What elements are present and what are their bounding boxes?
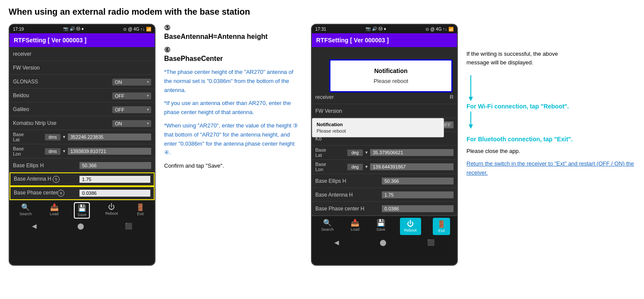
right-phone-status-bar: 17:31 📷 🔊 Ⓜ ♦ ⊙ @ 4G ↑↓ 📶 (312, 25, 457, 33)
row-base-lon-right: BaseLon deg ▼ 139.644391867 (312, 160, 457, 174)
nav-recents-right[interactable]: ⬛ (427, 239, 435, 246)
btn-reboot-label-right: Reboot (404, 228, 417, 232)
row-base-lon-left: BaseLon dms ▼ 1393839.810721 (10, 144, 155, 159)
btn-search-right[interactable]: 🔍 Search (319, 218, 336, 235)
status-time-right: 17:31 (315, 27, 326, 32)
save-icon-right: 💾 (377, 219, 385, 227)
row-beidou-left: Beidou OFF (10, 89, 155, 102)
val-antenna-h-left[interactable]: 1.75 (79, 176, 150, 183)
row-phase-center-right: Base Phase center H 0.0386 (312, 202, 457, 216)
description-line1: *The phase center height of the "AR270" … (164, 68, 302, 95)
row-ntrip-left: Komatsu Ntrip Use ON (10, 116, 155, 130)
btn-load-label-right: Load (351, 227, 359, 232)
label-antenna-h-left: Base Antenna H 5 (14, 176, 79, 183)
btn-load-right[interactable]: 📥 Load (348, 218, 362, 235)
row-base-lat-right: BaseLat deg ▼ 35.379506621 (312, 146, 457, 160)
select-ntrip-left[interactable]: ON (112, 120, 151, 127)
arrow-bluetooth (466, 111, 475, 129)
select-beidou-left[interactable]: OFF (112, 92, 151, 99)
label-phase-center-right: Base Phase center H (315, 206, 382, 212)
val-phase-center-left[interactable]: 0.0386 (79, 190, 150, 197)
row-antenna-h-right: Base Antenna H 1.75 (312, 188, 457, 202)
arrow-wifi (466, 75, 475, 101)
btn-reboot-label-left: Reboot (105, 211, 118, 216)
row-antenna-h-left: Base Antenna H 5 1.75 (10, 172, 155, 186)
row-fw-right: FW Version (312, 104, 457, 118)
btn-reboot-right[interactable]: ⏻ Reboot (400, 218, 421, 235)
confirm-text: Confirm and tap "Save". (164, 162, 302, 169)
description-line2: *If you use an antenna other than AR270,… (164, 99, 302, 117)
val-ellips-right: 50.366 (382, 178, 454, 184)
btn-save-label-right: Save (377, 227, 386, 232)
unit-base-lat-left[interactable]: dms (45, 134, 60, 140)
description-line3: *When using "AR270", enter the value of … (164, 121, 302, 157)
notification-small-popup: Notification Please reboot (312, 118, 444, 137)
notif-main-message: Please reboot (339, 78, 443, 84)
annot-wifi-text: For Wi-Fi connection, tap "Reboot". (466, 103, 635, 110)
status-right-right: ⊙ @ 4G ↑↓ 📶 (425, 27, 454, 32)
btn-exit-label-left: Exit (137, 212, 143, 216)
label-receiver-right: receiver (315, 94, 450, 100)
label-phase-center-left: Base Phase center6 (14, 190, 79, 197)
unit-base-lon-left[interactable]: dms (45, 148, 60, 155)
row-ellips-left: Base Ellips H 50.366 (10, 159, 155, 172)
btn-load-left[interactable]: 📥 Load (47, 202, 61, 219)
svg-marker-3 (469, 124, 473, 129)
annot-success-text: If the writing is successful, the abovem… (466, 50, 635, 67)
label-base-lon-left: BaseLon (13, 146, 43, 156)
search-icon-left: 🔍 (21, 203, 30, 211)
val-base-lon-left: 1393839.810721 (68, 148, 151, 155)
label-base-lat-left: BaseLat (13, 132, 43, 142)
right-section: 17:31 📷 🔊 Ⓜ ♦ ⊙ @ 4G ↑↓ 📶 RTFSetting [ V… (311, 24, 635, 266)
btn-search-left[interactable]: 🔍 Search (17, 202, 35, 219)
annot-close-text: Please close the app. (466, 148, 635, 154)
btn-search-label-right: Search (321, 227, 334, 232)
val-antenna-h-right: 1.75 (382, 191, 454, 198)
label-base-lat-right: BaseLat (315, 147, 346, 158)
row-ellips-right: Base Ellips H 50.366 (312, 174, 457, 188)
right-phone-header: RTFSetting [ Ver 000003 ] (312, 33, 457, 47)
left-phone: 17:19 📷 🔊 Ⓜ ♦ ⊙ @ 4G ↑↓ 📶 RTFSetting [ V… (9, 24, 155, 266)
label-glonass-left: GLONASS (13, 79, 112, 85)
status-time-left: 17:19 (13, 27, 24, 32)
row-receiver-left: receiver (10, 47, 155, 61)
select-glonass-left[interactable]: ON (112, 79, 151, 86)
middle-section: ⑤ BaseAntennaH=Antenna height ⑥ BasePhas… (155, 24, 311, 169)
nav-back-left[interactable]: ◀ (32, 223, 37, 229)
label-ntrip-left: Komatsu Ntrip Use (13, 120, 112, 126)
save-icon-left: 💾 (78, 204, 86, 212)
svg-marker-1 (469, 97, 473, 101)
row-glonass-left: GLONASS ON (10, 75, 155, 89)
search-icon-right: 🔍 (323, 219, 332, 227)
row-galileo-left: Galileo OFF (10, 102, 155, 116)
val-receiver-right: R (450, 94, 454, 100)
val-ellips-left: 50.366 (79, 162, 151, 169)
left-phone-header: RTFSetting [ Ver 000003 ] (10, 33, 155, 47)
btn-exit-right[interactable]: 🚪 Exit (433, 218, 450, 235)
btn-exit-left[interactable]: 🚪 Exit (133, 202, 147, 219)
status-icons-left: 📷 🔊 Ⓜ ♦ (63, 26, 83, 32)
unit-base-lat-right[interactable]: deg (347, 150, 363, 156)
btn-save-left[interactable]: 💾 Save (74, 202, 90, 219)
select-galileo-left[interactable]: OFF (112, 106, 151, 113)
nav-back-right[interactable]: ◀ (334, 239, 339, 246)
page-title: When using an external radio modem with … (9, 7, 635, 17)
nav-home-right[interactable]: ⬤ (380, 239, 387, 246)
right-annotations: If the writing is successful, the abovem… (466, 24, 635, 178)
status-icons-right: 📷 🔊 Ⓜ ♦ (365, 26, 386, 32)
label-ellips-right: Base Ellips H (315, 178, 382, 184)
btn-search-label-left: Search (19, 212, 32, 216)
btn-reboot-left[interactable]: ⏻ Reboot (103, 202, 121, 219)
nav-recents-left[interactable]: ⬛ (125, 223, 132, 229)
annot-bluetooth-text: For Bluetooth connection, tap "Exit". (466, 136, 635, 143)
btn-load-label-left: Load (50, 212, 58, 216)
reboot-icon-left: ⏻ (108, 203, 115, 211)
step5-title: BaseAntennaH=Antenna height (164, 33, 302, 41)
load-icon-right: 📥 (351, 219, 359, 227)
notif-small-title: Notification (317, 122, 439, 127)
val-base-lat-right: 35.379506621 (370, 149, 454, 156)
nav-home-left[interactable]: ⬤ (77, 223, 84, 229)
btn-save-right[interactable]: 💾 Save (374, 218, 388, 235)
unit-base-lon-right[interactable]: deg (347, 164, 363, 170)
label-fw-left: FW Version (13, 65, 151, 71)
